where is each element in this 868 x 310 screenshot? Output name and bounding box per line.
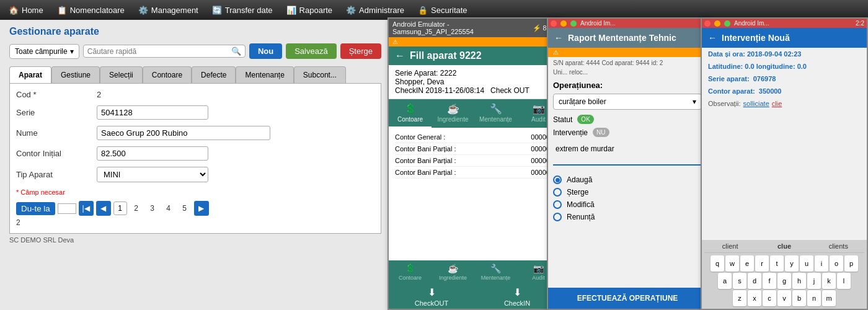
emu3-suggest-0[interactable]: client bbox=[704, 242, 756, 250]
nav-nomenclatoare[interactable]: 📋 Nomenclatoare bbox=[51, 3, 131, 17]
emu1-bottom-mentenante[interactable]: 🔧 Mentenanțe bbox=[474, 260, 517, 284]
emu3-obs-row: Observații: solliciate clie bbox=[702, 97, 867, 110]
salveaza-button[interactable]: Salvează bbox=[286, 43, 336, 59]
tab-selectii[interactable]: Selecții bbox=[100, 66, 143, 83]
key-v[interactable]: v bbox=[777, 290, 791, 306]
nav-securitate[interactable]: 🔒 Securitate bbox=[412, 3, 474, 17]
emu1-warning: ⚠ bbox=[389, 37, 560, 46]
nav-securitate-label: Securitate bbox=[431, 6, 467, 15]
key-r[interactable]: r bbox=[755, 255, 769, 272]
page-5[interactable]: 5 bbox=[178, 202, 192, 215]
key-j[interactable]: j bbox=[807, 273, 821, 289]
emu3-suggest-1[interactable]: clue bbox=[758, 242, 810, 250]
emu3-back-icon[interactable]: ← bbox=[708, 33, 717, 43]
key-b[interactable]: b bbox=[792, 290, 806, 306]
key-w[interactable]: w bbox=[725, 255, 739, 272]
tab-defecte[interactable]: Defecte bbox=[192, 66, 236, 83]
emu3-obs-link1[interactable]: solliciate bbox=[743, 100, 769, 107]
nume-input[interactable] bbox=[97, 126, 270, 140]
serie-input[interactable] bbox=[97, 105, 208, 120]
radio-modifica-btn[interactable] bbox=[553, 200, 562, 209]
contor-input[interactable] bbox=[97, 146, 208, 161]
emu2-interventie-toggle[interactable]: NU bbox=[593, 128, 609, 137]
emu3-data-ora: Data și ora: 2018-09-04 02:23 bbox=[702, 48, 867, 60]
key-i[interactable]: i bbox=[815, 255, 828, 272]
key-y[interactable]: y bbox=[785, 255, 799, 272]
key-q[interactable]: q bbox=[711, 255, 724, 272]
checkin-label: CheckIN bbox=[504, 299, 530, 307]
nav-transfer[interactable]: 🔄 Transfer date bbox=[206, 3, 279, 17]
key-z[interactable]: z bbox=[733, 290, 746, 306]
emu1-bottom-contoare[interactable]: 💲 Contoare bbox=[389, 260, 432, 284]
emu3-suggest-row: client clue clients bbox=[704, 242, 864, 253]
sterge-button[interactable]: Șterge bbox=[340, 43, 381, 59]
radio-renunta[interactable]: Renunță bbox=[553, 211, 702, 223]
emu1-counters: Contor General : 000000 Contor Bani Parț… bbox=[389, 128, 560, 182]
emu2-textarea[interactable]: extrem de murdar bbox=[553, 142, 702, 166]
emu3-suggest-2[interactable]: clients bbox=[813, 242, 864, 250]
tab-subcontoare[interactable]: Subcont... bbox=[294, 66, 346, 83]
next-page-button[interactable]: ▶ bbox=[194, 201, 209, 216]
key-f[interactable]: f bbox=[763, 273, 776, 289]
key-a[interactable]: a bbox=[718, 273, 732, 289]
radio-adauga[interactable]: Adaugă bbox=[553, 174, 702, 186]
emu1-titlebar: Android Emulator - Samsung_J5_API_225554… bbox=[389, 19, 560, 37]
key-l[interactable]: l bbox=[837, 273, 851, 289]
radio-sterge-btn[interactable] bbox=[553, 188, 562, 197]
goto-button[interactable]: Du-te la bbox=[16, 202, 55, 215]
nav-administrare[interactable]: ⚙️ Administrare bbox=[340, 3, 410, 17]
key-c[interactable]: c bbox=[763, 290, 776, 306]
dot-green bbox=[570, 20, 577, 27]
key-x[interactable]: x bbox=[748, 290, 761, 306]
nav-rapoarte[interactable]: 📊 Rapoarte bbox=[280, 3, 339, 17]
key-n[interactable]: n bbox=[807, 290, 821, 306]
radio-modifica[interactable]: Modifică bbox=[553, 198, 702, 211]
checkout-button[interactable]: ⬇ CheckOUT bbox=[389, 284, 474, 309]
efectueaza-button[interactable]: EFECTUEAZĂ OPERAȚIUNE bbox=[548, 288, 707, 309]
emu1-bottom-ingrediente[interactable]: ☕ Ingrediente bbox=[432, 260, 474, 284]
radio-renunta-btn[interactable] bbox=[553, 213, 562, 221]
key-t[interactable]: t bbox=[770, 255, 784, 272]
key-p[interactable]: p bbox=[844, 255, 858, 272]
key-m[interactable]: m bbox=[822, 290, 836, 306]
page-4[interactable]: 4 bbox=[162, 202, 175, 215]
emu1-checkout: Check OUT bbox=[490, 86, 529, 95]
key-o[interactable]: o bbox=[830, 255, 843, 272]
tab-contoare[interactable]: Contoare bbox=[143, 66, 192, 83]
counter-label-2: Contor Bani Parțial : bbox=[395, 157, 456, 164]
nav-home-label: Home bbox=[22, 6, 43, 15]
goto-input[interactable] bbox=[58, 203, 76, 214]
prev-page-button[interactable]: ◀ bbox=[96, 201, 111, 216]
fields-dropdown[interactable]: Toate câmpurile ▾ bbox=[9, 44, 79, 59]
radio-adauga-btn[interactable] bbox=[553, 175, 562, 184]
key-u[interactable]: u bbox=[800, 255, 813, 272]
emu2-op-dropdown[interactable]: curățare boiler ▾ bbox=[553, 94, 702, 110]
tab-gestiune[interactable]: Gestiune bbox=[51, 66, 100, 83]
key-h[interactable]: h bbox=[792, 273, 806, 289]
nav-home[interactable]: 🏠 Home bbox=[2, 3, 50, 17]
emu1-back-icon[interactable]: ← bbox=[395, 50, 405, 61]
emu1-tab-contoare[interactable]: 💲 Contoare bbox=[389, 99, 432, 128]
key-g[interactable]: g bbox=[777, 273, 791, 289]
key-k[interactable]: k bbox=[822, 273, 836, 289]
search-input[interactable] bbox=[87, 47, 231, 56]
nav-management[interactable]: ⚙️ Management bbox=[132, 3, 205, 17]
page-1[interactable]: 1 bbox=[113, 202, 127, 215]
emu1-title: Android Emulator - Samsung_J5_API_225554 bbox=[392, 20, 533, 35]
emu3-obs-link2[interactable]: clie bbox=[772, 100, 782, 107]
emu2-back-icon[interactable]: ← bbox=[554, 33, 563, 43]
tab-mentenante[interactable]: Mentenanțe bbox=[236, 66, 293, 83]
emu2-statut-toggle[interactable]: OK bbox=[577, 115, 593, 124]
key-e[interactable]: e bbox=[740, 255, 754, 272]
emu1-tab-ingrediente[interactable]: ☕ Ingrediente bbox=[432, 99, 474, 128]
emu1-tab-mentenante[interactable]: 🔧 Mentenanțe bbox=[474, 99, 517, 128]
key-s[interactable]: s bbox=[733, 273, 746, 289]
first-page-button[interactable]: |◀ bbox=[79, 201, 94, 216]
tab-aparat[interactable]: Aparat bbox=[9, 66, 51, 83]
page-2[interactable]: 2 bbox=[130, 202, 143, 215]
page-3[interactable]: 3 bbox=[146, 202, 159, 215]
nou-button[interactable]: Nou bbox=[249, 43, 282, 59]
radio-sterge[interactable]: Șterge bbox=[553, 186, 702, 198]
key-d[interactable]: d bbox=[748, 273, 761, 289]
tip-select[interactable]: MINI MAXI bbox=[97, 167, 208, 182]
